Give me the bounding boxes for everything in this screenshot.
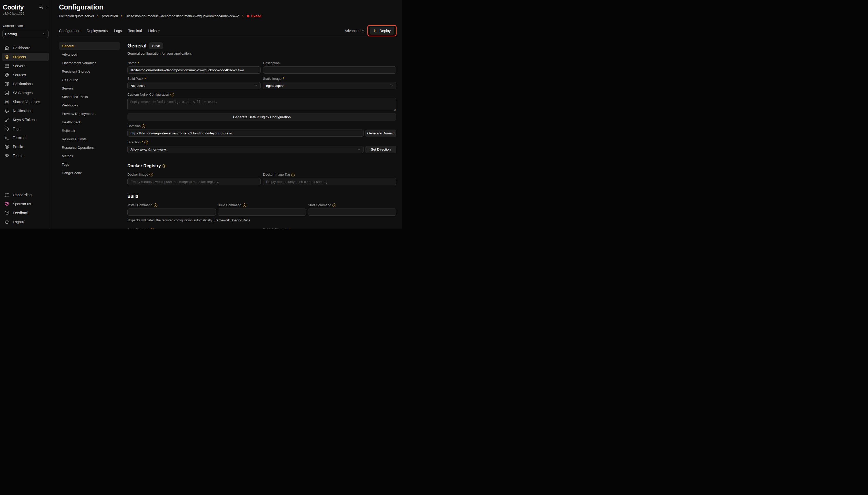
app-version: v4.0.0-beta.399 bbox=[3, 12, 48, 15]
breadcrumb-project[interactable]: illicitonion quote server bbox=[59, 14, 94, 18]
description-input[interactable] bbox=[263, 66, 396, 74]
install-command-label: Install Command i bbox=[127, 203, 216, 207]
breadcrumb: illicitonion quote server production ill… bbox=[59, 14, 396, 18]
info-icon[interactable]: i bbox=[243, 203, 246, 207]
breadcrumb-environment[interactable]: production bbox=[102, 14, 118, 18]
custom-nginx-textarea[interactable] bbox=[127, 98, 396, 110]
tab-terminal[interactable]: Terminal bbox=[128, 29, 142, 33]
sidebar-item-feedback[interactable]: Feedback bbox=[2, 209, 49, 217]
static-image-select[interactable]: nginx:alpine bbox=[263, 82, 396, 89]
subnav-item-advanced[interactable]: Advanced bbox=[59, 51, 120, 58]
info-icon[interactable]: i bbox=[171, 93, 174, 97]
tab-links[interactable]: Links bbox=[148, 29, 160, 33]
start-command-input[interactable] bbox=[308, 208, 396, 216]
sidebar-footer: Onboarding Sponsor us Feedback Logout bbox=[2, 191, 49, 227]
generate-domain-button[interactable]: Generate Domain bbox=[365, 130, 396, 137]
sidebar-item-s3-storages[interactable]: S3 Storages bbox=[2, 89, 49, 97]
subnav-item-tags[interactable]: Tags bbox=[59, 160, 120, 168]
subnav-item-rollback[interactable]: Rollback bbox=[59, 127, 120, 134]
bell-icon bbox=[4, 108, 10, 113]
tab-deployments[interactable]: Deployments bbox=[87, 29, 108, 33]
sidebar-item-shared-variables[interactable]: (x) Shared Variables bbox=[2, 98, 49, 106]
subnav-item-healthcheck[interactable]: Healthcheck bbox=[59, 118, 120, 126]
sidebar-item-label: Sponsor us bbox=[13, 202, 31, 206]
info-icon[interactable]: i bbox=[142, 124, 145, 128]
home-icon bbox=[4, 46, 10, 51]
sidebar-item-destinations[interactable]: Destinations bbox=[2, 80, 49, 88]
sidebar-item-label: Onboarding bbox=[13, 193, 32, 197]
sidebar-item-servers[interactable]: Servers bbox=[2, 62, 49, 70]
base-directory-label: Base Directory i bbox=[127, 228, 261, 229]
info-icon[interactable]: i bbox=[144, 140, 148, 144]
subnav-item-resource-limits[interactable]: Resource Limits bbox=[59, 135, 120, 143]
info-icon[interactable]: i bbox=[291, 173, 295, 176]
sidebar-item-sponsor-us[interactable]: Sponsor us bbox=[2, 200, 49, 208]
sidebar-item-tags[interactable]: Tags bbox=[2, 125, 49, 133]
subnav-item-metrics[interactable]: Metrics bbox=[59, 152, 120, 160]
advanced-menu[interactable]: Advanced bbox=[344, 29, 365, 33]
custom-nginx-label: Custom Nginx Configuration i bbox=[127, 92, 396, 97]
server-icon bbox=[4, 63, 10, 68]
subnav-item-servers[interactable]: Servers bbox=[59, 84, 120, 92]
static-image-value: nginx:alpine bbox=[266, 84, 285, 88]
sidebar-item-label: Destinations bbox=[13, 82, 33, 86]
framework-docs-link[interactable]: Framework Specific Docs bbox=[214, 219, 250, 222]
deploy-button[interactable]: Deploy bbox=[370, 27, 394, 35]
direction-select[interactable]: Allow www & non-www. bbox=[127, 146, 364, 153]
domains-label: Domains i bbox=[127, 124, 396, 128]
set-direction-button[interactable]: Set Direction bbox=[365, 146, 396, 153]
build-command-label: Build Command i bbox=[218, 203, 306, 207]
info-icon[interactable]: i bbox=[333, 203, 336, 207]
sidebar-item-label: Teams bbox=[13, 154, 23, 158]
required-marker: * bbox=[138, 61, 139, 65]
info-icon[interactable]: i bbox=[150, 228, 154, 229]
description-label: Description bbox=[263, 61, 396, 65]
docker-image-tag-input[interactable] bbox=[263, 178, 396, 185]
sidebar-item-dashboard[interactable]: Dashboard bbox=[2, 44, 49, 52]
domains-input[interactable] bbox=[127, 130, 364, 137]
name-input[interactable] bbox=[127, 66, 261, 74]
subnav-item-environment-variables[interactable]: Environment Variables bbox=[59, 59, 120, 67]
docker-image-input[interactable] bbox=[127, 178, 261, 185]
sidebar-item-profile[interactable]: Profile bbox=[2, 142, 49, 151]
sidebar-item-notifications[interactable]: Notifications bbox=[2, 107, 49, 115]
sidebar-item-onboarding[interactable]: Onboarding bbox=[2, 191, 49, 199]
sidebar-item-label: Dashboard bbox=[13, 46, 31, 50]
tab-configuration[interactable]: Configuration bbox=[59, 29, 80, 33]
theme-sun-icon[interactable] bbox=[39, 5, 43, 10]
sidebar-item-terminal[interactable]: >_ Terminal bbox=[2, 134, 49, 142]
subnav-item-webhooks[interactable]: Webhooks bbox=[59, 101, 120, 109]
generate-nginx-config-button[interactable]: Generate Default Nginx Configuration bbox=[127, 113, 396, 121]
sidebar-item-projects[interactable]: Projects bbox=[2, 53, 49, 61]
sidebar-item-logout[interactable]: Logout bbox=[2, 218, 49, 226]
subnav-item-git-source[interactable]: Git Source bbox=[59, 76, 120, 84]
status-badge: Exited bbox=[247, 14, 261, 18]
team-select[interactable]: Hosting bbox=[2, 30, 49, 38]
build-pack-select[interactable]: Nixpacks bbox=[127, 82, 261, 89]
tab-logs[interactable]: Logs bbox=[114, 29, 122, 33]
subnav-item-persistent-storage[interactable]: Persistent Storage bbox=[59, 67, 120, 75]
coolify-app: Coolify v4.0.0-beta.399 Current Team Hos… bbox=[0, 0, 402, 229]
layers-icon bbox=[4, 54, 10, 59]
sidebar-item-teams[interactable]: Teams bbox=[2, 152, 49, 160]
current-team-label: Current Team bbox=[3, 24, 48, 28]
info-icon[interactable]: i bbox=[162, 164, 166, 168]
subnav-item-preview-deployments[interactable]: Preview Deployments bbox=[59, 110, 120, 118]
sidebar-item-sources[interactable]: Sources bbox=[2, 71, 49, 79]
breadcrumb-application[interactable]: illicitestonion/-module--decomposition:m… bbox=[126, 14, 239, 18]
subnav-item-general[interactable]: General bbox=[59, 42, 120, 50]
subnav-item-scheduled-tasks[interactable]: Scheduled Tasks bbox=[59, 93, 120, 101]
variable-icon: (x) bbox=[4, 99, 10, 104]
save-button[interactable]: Save bbox=[149, 42, 163, 49]
theme-switcher-caret-icon[interactable] bbox=[46, 6, 48, 9]
info-icon[interactable]: i bbox=[149, 173, 153, 176]
map-icon bbox=[4, 81, 10, 86]
sidebar-item-keys-tokens[interactable]: Keys & Tokens bbox=[2, 116, 49, 124]
sidebar-item-label: Notifications bbox=[13, 109, 32, 113]
install-command-input[interactable] bbox=[127, 208, 216, 216]
build-command-input[interactable] bbox=[218, 208, 306, 216]
info-icon[interactable]: i bbox=[154, 203, 157, 207]
chevron-right-icon bbox=[96, 15, 100, 18]
subnav-item-resource-operations[interactable]: Resource Operations bbox=[59, 143, 120, 151]
subnav-item-danger-zone[interactable]: Danger Zone bbox=[59, 169, 120, 177]
